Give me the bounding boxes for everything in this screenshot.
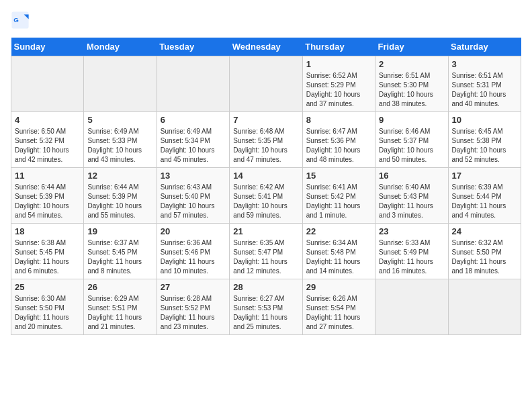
calendar-cell: 2Sunrise: 6:51 AMSunset: 5:30 PMDaylight… [375,56,448,112]
calendar-cell [230,56,302,112]
calendar-cell [157,56,229,112]
logo-icon: G [11,11,30,30]
day-info: Sunrise: 6:47 AMSunset: 5:36 PMDaylight:… [306,127,371,165]
logo: G [11,11,34,30]
day-number: 22 [306,226,371,236]
day-number: 5 [87,115,152,125]
calendar-cell: 15Sunrise: 6:41 AMSunset: 5:42 PMDayligh… [302,168,375,224]
day-number: 2 [379,59,444,69]
day-info: Sunrise: 6:40 AMSunset: 5:43 PMDaylight:… [379,183,444,220]
calendar-cell [84,56,157,112]
calendar-table: SundayMondayTuesdayWednesdayThursdayFrid… [11,38,521,335]
day-info: Sunrise: 6:49 AMSunset: 5:33 PMDaylight:… [87,127,152,165]
day-number: 3 [452,59,517,69]
day-info: Sunrise: 6:44 AMSunset: 5:39 PMDaylight:… [87,183,152,220]
weekday-header-row: SundayMondayTuesdayWednesdayThursdayFrid… [11,38,521,56]
day-info: Sunrise: 6:28 AMSunset: 5:52 PMDaylight:… [161,294,226,332]
day-number: 4 [15,115,80,125]
day-number: 1 [306,59,371,69]
day-info: Sunrise: 6:30 AMSunset: 5:50 PMDaylight:… [15,294,80,332]
day-number: 12 [87,171,152,181]
day-number: 16 [379,171,444,181]
day-number: 8 [306,115,371,125]
calendar-cell: 16Sunrise: 6:40 AMSunset: 5:43 PMDayligh… [375,168,448,224]
calendar-week-3: 11Sunrise: 6:44 AMSunset: 5:39 PMDayligh… [11,168,521,224]
calendar-cell [448,279,521,335]
day-info: Sunrise: 6:26 AMSunset: 5:54 PMDaylight:… [306,294,371,332]
calendar-cell: 13Sunrise: 6:43 AMSunset: 5:40 PMDayligh… [157,168,229,224]
day-info: Sunrise: 6:50 AMSunset: 5:32 PMDaylight:… [15,127,80,165]
day-number: 9 [379,115,444,125]
day-number: 29 [306,282,371,292]
calendar-cell [11,56,84,112]
calendar-cell: 28Sunrise: 6:27 AMSunset: 5:53 PMDayligh… [230,279,302,335]
day-number: 7 [233,115,298,125]
day-info: Sunrise: 6:33 AMSunset: 5:49 PMDaylight:… [379,238,444,276]
day-number: 25 [15,282,80,292]
day-number: 18 [15,226,80,236]
calendar-cell: 1Sunrise: 6:52 AMSunset: 5:29 PMDaylight… [302,56,375,112]
day-info: Sunrise: 6:36 AMSunset: 5:46 PMDaylight:… [161,238,226,276]
day-number: 14 [233,171,298,181]
weekday-header-thursday: Thursday [302,38,375,56]
day-info: Sunrise: 6:41 AMSunset: 5:42 PMDaylight:… [306,183,371,220]
day-info: Sunrise: 6:32 AMSunset: 5:50 PMDaylight:… [452,238,517,276]
day-info: Sunrise: 6:35 AMSunset: 5:47 PMDaylight:… [233,238,298,276]
calendar-cell: 18Sunrise: 6:38 AMSunset: 5:45 PMDayligh… [11,224,84,279]
calendar-cell [375,279,448,335]
day-info: Sunrise: 6:29 AMSunset: 5:51 PMDaylight:… [87,294,152,332]
day-number: 23 [379,226,444,236]
day-number: 27 [161,282,226,292]
day-number: 6 [161,115,226,125]
day-info: Sunrise: 6:46 AMSunset: 5:37 PMDaylight:… [379,127,444,165]
day-info: Sunrise: 6:45 AMSunset: 5:38 PMDaylight:… [452,127,517,165]
day-number: 11 [15,171,80,181]
calendar-header: SundayMondayTuesdayWednesdayThursdayFrid… [11,38,521,56]
day-info: Sunrise: 6:44 AMSunset: 5:39 PMDaylight:… [15,183,80,220]
day-number: 19 [87,226,152,236]
day-number: 26 [87,282,152,292]
calendar-cell: 4Sunrise: 6:50 AMSunset: 5:32 PMDaylight… [11,112,84,168]
calendar-cell: 8Sunrise: 6:47 AMSunset: 5:36 PMDaylight… [302,112,375,168]
calendar-cell: 7Sunrise: 6:48 AMSunset: 5:35 PMDaylight… [230,112,302,168]
calendar-cell: 22Sunrise: 6:34 AMSunset: 5:48 PMDayligh… [302,224,375,279]
day-info: Sunrise: 6:42 AMSunset: 5:41 PMDaylight:… [233,183,298,220]
calendar-cell: 27Sunrise: 6:28 AMSunset: 5:52 PMDayligh… [157,279,229,335]
weekday-header-wednesday: Wednesday [230,38,302,56]
page-header: G [11,11,521,30]
calendar-cell: 17Sunrise: 6:39 AMSunset: 5:44 PMDayligh… [448,168,521,224]
day-number: 15 [306,171,371,181]
day-info: Sunrise: 6:52 AMSunset: 5:29 PMDaylight:… [306,71,371,109]
calendar-cell: 25Sunrise: 6:30 AMSunset: 5:50 PMDayligh… [11,279,84,335]
weekday-header-tuesday: Tuesday [157,38,229,56]
calendar-week-2: 4Sunrise: 6:50 AMSunset: 5:32 PMDaylight… [11,112,521,168]
day-number: 13 [161,171,226,181]
weekday-header-monday: Monday [84,38,157,56]
calendar-cell: 5Sunrise: 6:49 AMSunset: 5:33 PMDaylight… [84,112,157,168]
day-number: 21 [233,226,298,236]
day-info: Sunrise: 6:49 AMSunset: 5:34 PMDaylight:… [161,127,226,165]
weekday-header-saturday: Saturday [448,38,521,56]
day-number: 17 [452,171,517,181]
weekday-header-friday: Friday [375,38,448,56]
day-number: 10 [452,115,517,125]
day-info: Sunrise: 6:51 AMSunset: 5:31 PMDaylight:… [452,71,517,109]
day-info: Sunrise: 6:38 AMSunset: 5:45 PMDaylight:… [15,238,80,276]
calendar-cell: 20Sunrise: 6:36 AMSunset: 5:46 PMDayligh… [157,224,229,279]
calendar-cell: 9Sunrise: 6:46 AMSunset: 5:37 PMDaylight… [375,112,448,168]
calendar-cell: 12Sunrise: 6:44 AMSunset: 5:39 PMDayligh… [84,168,157,224]
calendar-cell: 3Sunrise: 6:51 AMSunset: 5:31 PMDaylight… [448,56,521,112]
calendar-cell: 19Sunrise: 6:37 AMSunset: 5:45 PMDayligh… [84,224,157,279]
calendar-body: 1Sunrise: 6:52 AMSunset: 5:29 PMDaylight… [11,56,521,335]
calendar-week-5: 25Sunrise: 6:30 AMSunset: 5:50 PMDayligh… [11,279,521,335]
day-info: Sunrise: 6:34 AMSunset: 5:48 PMDaylight:… [306,238,371,276]
day-number: 20 [161,226,226,236]
calendar-cell: 6Sunrise: 6:49 AMSunset: 5:34 PMDaylight… [157,112,229,168]
calendar-cell: 21Sunrise: 6:35 AMSunset: 5:47 PMDayligh… [230,224,302,279]
svg-text:G: G [13,16,19,24]
day-info: Sunrise: 6:27 AMSunset: 5:53 PMDaylight:… [233,294,298,332]
calendar-cell: 11Sunrise: 6:44 AMSunset: 5:39 PMDayligh… [11,168,84,224]
calendar-week-4: 18Sunrise: 6:38 AMSunset: 5:45 PMDayligh… [11,224,521,279]
day-info: Sunrise: 6:43 AMSunset: 5:40 PMDaylight:… [161,183,226,220]
weekday-header-sunday: Sunday [11,38,84,56]
